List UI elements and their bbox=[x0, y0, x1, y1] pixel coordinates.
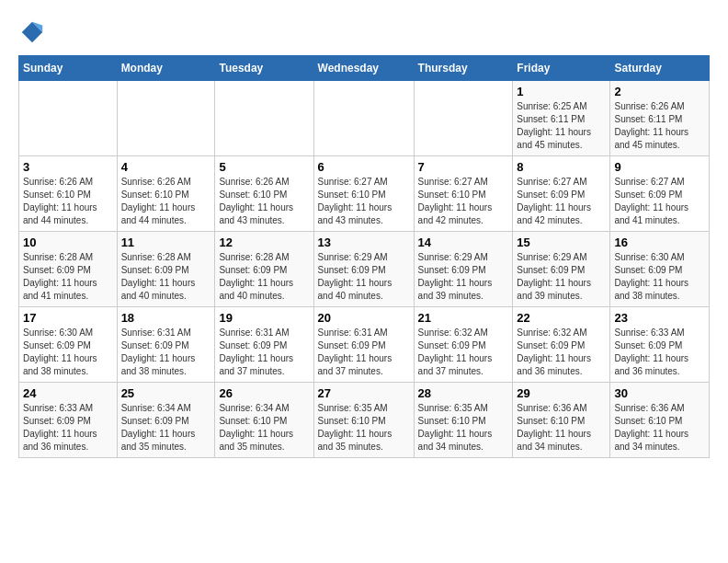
day-number: 13 bbox=[318, 236, 410, 249]
day-info: Sunrise: 6:31 AM Sunset: 6:09 PM Dayligh… bbox=[219, 327, 309, 378]
day-number: 28 bbox=[418, 386, 509, 400]
logo-icon bbox=[18, 18, 46, 46]
calendar-cell: 4Sunrise: 6:26 AM Sunset: 6:10 PM Daylig… bbox=[117, 156, 215, 232]
day-info: Sunrise: 6:27 AM Sunset: 6:10 PM Dayligh… bbox=[318, 176, 410, 227]
day-number: 24 bbox=[23, 386, 113, 400]
day-number: 15 bbox=[517, 236, 606, 249]
day-number: 11 bbox=[121, 236, 211, 249]
day-info: Sunrise: 6:31 AM Sunset: 6:09 PM Dayligh… bbox=[318, 327, 410, 378]
calendar-cell: 22Sunrise: 6:32 AM Sunset: 6:09 PM Dayli… bbox=[513, 307, 610, 383]
day-number: 27 bbox=[318, 386, 410, 400]
calendar-cell: 10Sunrise: 6:28 AM Sunset: 6:09 PM Dayli… bbox=[19, 232, 118, 307]
day-number: 4 bbox=[121, 160, 211, 174]
calendar-cell: 15Sunrise: 6:29 AM Sunset: 6:09 PM Dayli… bbox=[513, 232, 610, 307]
day-number: 2 bbox=[614, 85, 705, 98]
calendar-cell: 23Sunrise: 6:33 AM Sunset: 6:09 PM Dayli… bbox=[610, 307, 710, 383]
weekday-header-sunday: Sunday bbox=[19, 56, 118, 81]
day-info: Sunrise: 6:25 AM Sunset: 6:11 PM Dayligh… bbox=[517, 100, 606, 152]
day-info: Sunrise: 6:29 AM Sunset: 6:09 PM Dayligh… bbox=[418, 251, 509, 303]
calendar-cell bbox=[215, 81, 313, 156]
calendar-cell: 21Sunrise: 6:32 AM Sunset: 6:09 PM Dayli… bbox=[414, 307, 513, 383]
calendar-cell: 7Sunrise: 6:27 AM Sunset: 6:10 PM Daylig… bbox=[414, 156, 513, 232]
day-number: 8 bbox=[517, 160, 606, 174]
day-info: Sunrise: 6:35 AM Sunset: 6:10 PM Dayligh… bbox=[418, 402, 509, 454]
calendar-cell: 14Sunrise: 6:29 AM Sunset: 6:09 PM Dayli… bbox=[414, 232, 513, 307]
calendar-cell: 30Sunrise: 6:36 AM Sunset: 6:10 PM Dayli… bbox=[610, 383, 710, 458]
weekday-header-thursday: Thursday bbox=[414, 56, 513, 81]
day-info: Sunrise: 6:30 AM Sunset: 6:09 PM Dayligh… bbox=[614, 251, 705, 303]
header bbox=[18, 18, 710, 46]
day-number: 30 bbox=[614, 386, 705, 400]
calendar-cell: 6Sunrise: 6:27 AM Sunset: 6:10 PM Daylig… bbox=[313, 156, 414, 232]
calendar-cell: 18Sunrise: 6:31 AM Sunset: 6:09 PM Dayli… bbox=[117, 307, 215, 383]
day-info: Sunrise: 6:35 AM Sunset: 6:10 PM Dayligh… bbox=[318, 402, 410, 454]
calendar-cell: 26Sunrise: 6:34 AM Sunset: 6:10 PM Dayli… bbox=[215, 383, 313, 458]
calendar-cell: 3Sunrise: 6:26 AM Sunset: 6:10 PM Daylig… bbox=[19, 156, 118, 232]
calendar-cell: 24Sunrise: 6:33 AM Sunset: 6:09 PM Dayli… bbox=[19, 383, 118, 458]
day-info: Sunrise: 6:27 AM Sunset: 6:10 PM Dayligh… bbox=[418, 176, 509, 227]
day-info: Sunrise: 6:29 AM Sunset: 6:09 PM Dayligh… bbox=[517, 251, 606, 303]
day-info: Sunrise: 6:33 AM Sunset: 6:09 PM Dayligh… bbox=[614, 327, 705, 378]
calendar-cell: 16Sunrise: 6:30 AM Sunset: 6:09 PM Dayli… bbox=[610, 232, 710, 307]
calendar-cell: 12Sunrise: 6:28 AM Sunset: 6:09 PM Dayli… bbox=[215, 232, 313, 307]
day-info: Sunrise: 6:32 AM Sunset: 6:09 PM Dayligh… bbox=[418, 327, 509, 378]
calendar-cell: 2Sunrise: 6:26 AM Sunset: 6:11 PM Daylig… bbox=[610, 81, 710, 156]
calendar-cell: 17Sunrise: 6:30 AM Sunset: 6:09 PM Dayli… bbox=[19, 307, 118, 383]
day-number: 7 bbox=[418, 160, 509, 174]
day-number: 19 bbox=[219, 311, 309, 325]
day-info: Sunrise: 6:28 AM Sunset: 6:09 PM Dayligh… bbox=[121, 251, 211, 303]
day-number: 22 bbox=[517, 311, 606, 325]
day-number: 23 bbox=[614, 311, 705, 325]
day-number: 16 bbox=[614, 236, 705, 249]
day-number: 14 bbox=[418, 236, 509, 249]
day-number: 10 bbox=[23, 236, 113, 249]
day-number: 17 bbox=[23, 311, 113, 325]
day-number: 26 bbox=[219, 386, 309, 400]
calendar-cell: 27Sunrise: 6:35 AM Sunset: 6:10 PM Dayli… bbox=[313, 383, 414, 458]
day-number: 20 bbox=[318, 311, 410, 325]
day-info: Sunrise: 6:26 AM Sunset: 6:10 PM Dayligh… bbox=[23, 176, 113, 227]
calendar-cell: 25Sunrise: 6:34 AM Sunset: 6:09 PM Dayli… bbox=[117, 383, 215, 458]
calendar-cell: 5Sunrise: 6:26 AM Sunset: 6:10 PM Daylig… bbox=[215, 156, 313, 232]
day-number: 6 bbox=[318, 160, 410, 174]
day-info: Sunrise: 6:31 AM Sunset: 6:09 PM Dayligh… bbox=[121, 327, 211, 378]
weekday-header-monday: Monday bbox=[117, 56, 215, 81]
day-number: 1 bbox=[517, 85, 606, 98]
day-number: 9 bbox=[614, 160, 705, 174]
day-number: 18 bbox=[121, 311, 211, 325]
day-info: Sunrise: 6:32 AM Sunset: 6:09 PM Dayligh… bbox=[517, 327, 606, 378]
day-info: Sunrise: 6:33 AM Sunset: 6:09 PM Dayligh… bbox=[23, 402, 113, 454]
calendar-cell: 19Sunrise: 6:31 AM Sunset: 6:09 PM Dayli… bbox=[215, 307, 313, 383]
calendar-cell: 9Sunrise: 6:27 AM Sunset: 6:09 PM Daylig… bbox=[610, 156, 710, 232]
calendar-cell bbox=[117, 81, 215, 156]
day-info: Sunrise: 6:29 AM Sunset: 6:09 PM Dayligh… bbox=[318, 251, 410, 303]
calendar-cell: 28Sunrise: 6:35 AM Sunset: 6:10 PM Dayli… bbox=[414, 383, 513, 458]
day-info: Sunrise: 6:26 AM Sunset: 6:10 PM Dayligh… bbox=[219, 176, 309, 227]
day-info: Sunrise: 6:36 AM Sunset: 6:10 PM Dayligh… bbox=[517, 402, 606, 454]
day-number: 3 bbox=[23, 160, 113, 174]
day-info: Sunrise: 6:30 AM Sunset: 6:09 PM Dayligh… bbox=[23, 327, 113, 378]
calendar-cell bbox=[414, 81, 513, 156]
day-info: Sunrise: 6:26 AM Sunset: 6:11 PM Dayligh… bbox=[614, 100, 705, 152]
day-number: 21 bbox=[418, 311, 509, 325]
day-info: Sunrise: 6:34 AM Sunset: 6:09 PM Dayligh… bbox=[121, 402, 211, 454]
day-number: 25 bbox=[121, 386, 211, 400]
weekday-header-tuesday: Tuesday bbox=[215, 56, 313, 81]
day-info: Sunrise: 6:34 AM Sunset: 6:10 PM Dayligh… bbox=[219, 402, 309, 454]
calendar-table: SundayMondayTuesdayWednesdayThursdayFrid… bbox=[18, 55, 710, 458]
calendar-cell: 11Sunrise: 6:28 AM Sunset: 6:09 PM Dayli… bbox=[117, 232, 215, 307]
day-number: 29 bbox=[517, 386, 606, 400]
logo bbox=[18, 18, 50, 46]
day-info: Sunrise: 6:26 AM Sunset: 6:10 PM Dayligh… bbox=[121, 176, 211, 227]
weekday-header-saturday: Saturday bbox=[610, 56, 710, 81]
day-info: Sunrise: 6:28 AM Sunset: 6:09 PM Dayligh… bbox=[23, 251, 113, 303]
day-info: Sunrise: 6:27 AM Sunset: 6:09 PM Dayligh… bbox=[614, 176, 705, 227]
weekday-header-friday: Friday bbox=[513, 56, 610, 81]
day-number: 5 bbox=[219, 160, 309, 174]
calendar-cell: 29Sunrise: 6:36 AM Sunset: 6:10 PM Dayli… bbox=[513, 383, 610, 458]
day-info: Sunrise: 6:28 AM Sunset: 6:09 PM Dayligh… bbox=[219, 251, 309, 303]
calendar-cell bbox=[313, 81, 414, 156]
day-info: Sunrise: 6:36 AM Sunset: 6:10 PM Dayligh… bbox=[614, 402, 705, 454]
calendar-cell: 8Sunrise: 6:27 AM Sunset: 6:09 PM Daylig… bbox=[513, 156, 610, 232]
day-number: 12 bbox=[219, 236, 309, 249]
